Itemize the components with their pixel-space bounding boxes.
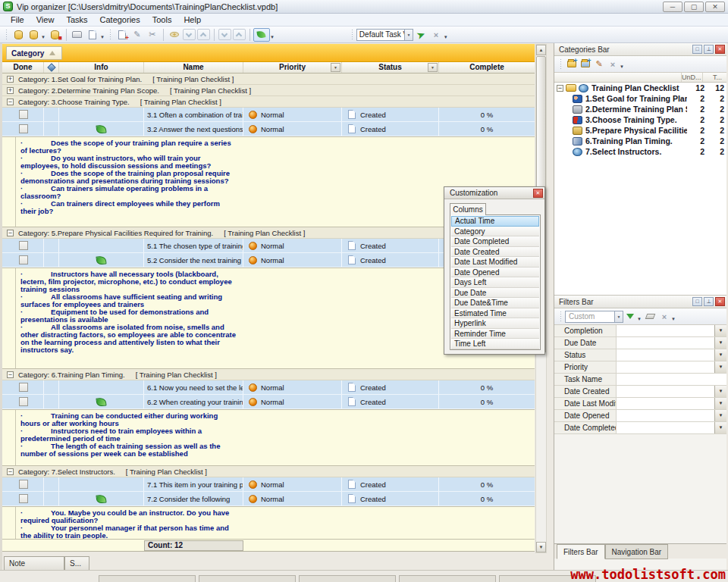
task-priority-cell[interactable]: Normal bbox=[243, 380, 342, 394]
task-priority-cell[interactable]: Normal bbox=[243, 492, 342, 505]
move-down-icon[interactable] bbox=[183, 29, 196, 40]
tab-note[interactable]: Note bbox=[4, 556, 64, 570]
print-dropdown-icon[interactable]: ▼ bbox=[100, 35, 105, 39]
menu-categories[interactable]: Categories bbox=[94, 14, 146, 25]
task-priority-cell[interactable]: Normal bbox=[243, 395, 342, 408]
priority-filter-dropdown-icon[interactable]: ▼ bbox=[331, 63, 340, 72]
menu-tasks[interactable]: Tasks bbox=[60, 14, 93, 25]
close-button[interactable]: ✕ bbox=[705, 2, 725, 12]
category-group-row[interactable]: −Category: 6.Training Plan Timing.[ Trai… bbox=[2, 369, 535, 380]
task-name-cell[interactable]: 5.1 The chosen type of training and bbox=[144, 239, 243, 252]
panel-minimize-icon[interactable]: □ bbox=[692, 297, 702, 306]
task-status-cell[interactable]: Created bbox=[342, 395, 439, 408]
move-up-icon[interactable] bbox=[197, 29, 210, 40]
menu-help[interactable]: Help bbox=[177, 14, 207, 25]
filter-value-field[interactable] bbox=[617, 337, 714, 349]
task-status-cell[interactable]: Created bbox=[342, 122, 439, 136]
filter-value-field[interactable] bbox=[617, 349, 714, 361]
filters-toolbar-dropdown-icon[interactable]: ▼ bbox=[671, 317, 676, 321]
tab-columns[interactable]: Columns bbox=[450, 203, 486, 215]
category-tree-item[interactable]: 2.Determine Training Plan Sco22 bbox=[554, 104, 726, 114]
task-name-cell[interactable]: 6.1 Now you need to set the length bbox=[144, 380, 243, 394]
customization-column-item[interactable]: Actual Time bbox=[451, 216, 539, 227]
raise-priority-icon[interactable] bbox=[233, 29, 246, 40]
apply-filter-icon[interactable] bbox=[623, 311, 637, 323]
add-task-icon[interactable]: + bbox=[115, 28, 130, 42]
task-done-checkbox[interactable] bbox=[19, 241, 28, 250]
category-tree-item[interactable]: 1.Set Goal for Training Plan.22 bbox=[554, 93, 726, 104]
task-row[interactable]: 6.1 Now you need to set the lengthNormal… bbox=[2, 380, 535, 395]
expand-toggle-icon[interactable]: − bbox=[7, 371, 14, 378]
customization-column-item[interactable]: Date Last Modified bbox=[451, 257, 539, 268]
print-preview-icon[interactable] bbox=[85, 28, 100, 42]
task-row[interactable]: 7.1 This item in your training planNorma… bbox=[2, 477, 535, 492]
task-status-cell[interactable]: Created bbox=[342, 492, 439, 505]
highlight-icon[interactable] bbox=[167, 28, 182, 42]
group-by-category-chip[interactable]: Category bbox=[6, 46, 62, 60]
filter-dropdown-icon[interactable]: ▼ bbox=[714, 422, 726, 433]
customization-column-item[interactable]: Date Opened bbox=[451, 268, 539, 278]
complete-task-icon[interactable] bbox=[253, 28, 270, 42]
category-group-row[interactable]: +Category: 2.Determine Training Plan Sco… bbox=[2, 85, 535, 96]
category-tree-item[interactable]: 3.Choose Training Type.22 bbox=[554, 114, 726, 125]
category-tree-item[interactable]: 7.Select Instructors.22 bbox=[554, 146, 726, 157]
customization-column-item[interactable]: Due Date&Time bbox=[451, 298, 539, 308]
filter-dropdown-icon[interactable]: ▼ bbox=[714, 398, 726, 409]
customization-column-item[interactable]: Date Completed bbox=[451, 236, 539, 247]
column-header-name[interactable]: Name bbox=[144, 62, 243, 73]
filter-value-field[interactable] bbox=[617, 325, 714, 336]
filter-dropdown-icon[interactable]: ▼ bbox=[714, 361, 726, 373]
column-header-icon[interactable] bbox=[44, 62, 59, 73]
edit-task-icon[interactable]: ✎ bbox=[130, 28, 145, 42]
new-subcategory-icon[interactable]: + bbox=[579, 58, 592, 70]
filter-preset-combo[interactable]: Custom bbox=[565, 311, 615, 323]
filter-dropdown-icon[interactable]: ▼ bbox=[637, 317, 642, 321]
expand-toggle-icon[interactable]: − bbox=[7, 230, 14, 236]
task-row[interactable]: 3.1 Often a combination of trainingNorma… bbox=[2, 108, 535, 122]
customization-column-item[interactable]: Estimated Time bbox=[451, 308, 539, 319]
panel-close-icon[interactable]: ✕ bbox=[715, 297, 725, 306]
task-row[interactable]: 7.2 Consider the followingNormalCreated0… bbox=[2, 492, 535, 506]
customization-column-item[interactable]: Reminder Time bbox=[451, 329, 539, 340]
task-status-cell[interactable]: Created bbox=[342, 477, 439, 491]
task-done-checkbox[interactable] bbox=[19, 110, 28, 119]
task-row[interactable]: 6.2 When creating your trainingNormalCre… bbox=[2, 395, 535, 409]
filter-value-field[interactable] bbox=[617, 398, 714, 409]
task-name-cell[interactable]: 7.2 Consider the following bbox=[144, 492, 243, 505]
category-tree-item[interactable]: 6.Training Plan Timing.22 bbox=[554, 136, 726, 146]
expand-toggle-icon[interactable]: − bbox=[7, 468, 14, 475]
menu-file[interactable]: File bbox=[5, 14, 30, 25]
task-view-combo-dropdown-icon[interactable]: ▼ bbox=[405, 29, 413, 41]
filter-value-field[interactable] bbox=[617, 422, 714, 433]
filter-value-field[interactable] bbox=[617, 361, 714, 373]
save-database-icon[interactable]: ■ bbox=[48, 28, 63, 42]
open-database-dropdown-icon[interactable]: ▼ bbox=[41, 35, 46, 39]
status-filter-dropdown-icon[interactable]: ▼ bbox=[428, 63, 438, 72]
tab-navigation-bar[interactable]: Navigation Bar bbox=[605, 544, 669, 559]
task-name-cell[interactable]: 6.2 When creating your training bbox=[144, 395, 243, 408]
column-header-status[interactable]: Status▼ bbox=[342, 62, 439, 73]
column-undone[interactable]: UnD... bbox=[681, 73, 702, 82]
customization-column-item[interactable]: Days Left bbox=[451, 277, 539, 288]
column-header-complete[interactable]: Complete bbox=[439, 62, 535, 73]
task-done-checkbox[interactable] bbox=[19, 255, 28, 264]
expand-toggle-icon[interactable]: + bbox=[7, 87, 14, 94]
minimize-button[interactable]: ─ bbox=[663, 2, 682, 12]
task-done-checkbox[interactable] bbox=[19, 480, 28, 489]
customization-column-item[interactable]: Date Created bbox=[451, 247, 539, 258]
filter-dropdown-icon[interactable]: ▼ bbox=[714, 410, 726, 421]
remove-filter-icon[interactable]: × bbox=[657, 311, 671, 323]
expand-toggle-icon[interactable]: + bbox=[7, 76, 14, 83]
new-database-icon[interactable] bbox=[11, 28, 26, 42]
filter-value-field[interactable] bbox=[617, 410, 714, 421]
panel-pin-icon[interactable]: ⊥ bbox=[704, 297, 714, 306]
categories-toolbar-dropdown-icon[interactable]: ▼ bbox=[620, 64, 624, 69]
category-tree-item[interactable]: 5.Prepare Physical Facilities R22 bbox=[554, 125, 726, 136]
filter-dropdown-icon[interactable]: ▼ bbox=[714, 349, 726, 361]
column-header-done[interactable]: Done bbox=[2, 62, 44, 73]
task-priority-cell[interactable]: Normal bbox=[243, 122, 342, 136]
category-group-row[interactable]: −Category: 3.Choose Training Type.[ Trai… bbox=[2, 96, 535, 108]
panel-pin-icon[interactable]: ⊥ bbox=[704, 45, 714, 54]
task-priority-cell[interactable]: Normal bbox=[243, 253, 342, 267]
category-group-row[interactable]: −Category: 7.Select Instructors.[ Traini… bbox=[2, 466, 535, 477]
